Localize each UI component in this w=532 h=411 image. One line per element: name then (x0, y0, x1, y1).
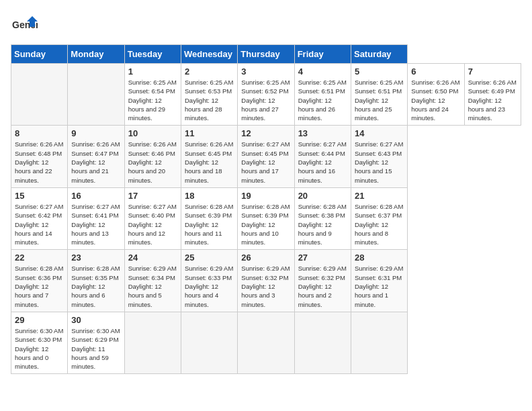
logo-icon: General (11, 11, 38, 38)
calendar-day-cell (294, 312, 351, 373)
day-number: 29 (15, 315, 64, 325)
calendar-day-cell: 24 Sunrise: 6:29 AM Sunset: 6:34 PM Dayl… (124, 250, 181, 312)
calendar-day-cell: 3 Sunrise: 6:25 AM Sunset: 6:52 PM Dayli… (238, 64, 294, 126)
day-info: Sunrise: 6:28 AM Sunset: 6:35 PM Dayligh… (71, 264, 120, 308)
calendar-day-cell: 10 Sunrise: 6:26 AM Sunset: 6:46 PM Dayl… (124, 126, 181, 187)
calendar-day-cell: 28 Sunrise: 6:29 AM Sunset: 6:31 PM Dayl… (351, 250, 407, 312)
weekday-header: Sunday (11, 45, 68, 64)
day-number: 21 (355, 191, 404, 201)
calendar-day-cell (68, 64, 124, 126)
day-info: Sunrise: 6:29 AM Sunset: 6:34 PM Dayligh… (128, 264, 177, 308)
calendar-day-cell: 26 Sunrise: 6:29 AM Sunset: 6:32 PM Dayl… (238, 250, 294, 312)
day-info: Sunrise: 6:27 AM Sunset: 6:40 PM Dayligh… (128, 202, 177, 246)
day-number: 18 (185, 191, 234, 201)
day-number: 10 (128, 128, 177, 138)
weekday-header: Saturday (351, 45, 407, 64)
calendar-day-cell (238, 312, 294, 373)
calendar-day-cell (124, 312, 181, 373)
day-number: 19 (241, 191, 290, 201)
day-number: 22 (15, 253, 64, 263)
day-info: Sunrise: 6:27 AM Sunset: 6:45 PM Dayligh… (241, 140, 290, 184)
day-info: Sunrise: 6:26 AM Sunset: 6:48 PM Dayligh… (15, 140, 64, 184)
weekday-header: Wednesday (181, 45, 237, 64)
day-info: Sunrise: 6:29 AM Sunset: 6:32 PM Dayligh… (241, 264, 290, 308)
day-info: Sunrise: 6:28 AM Sunset: 6:38 PM Dayligh… (298, 202, 347, 246)
day-info: Sunrise: 6:26 AM Sunset: 6:46 PM Dayligh… (128, 140, 177, 184)
day-info: Sunrise: 6:30 AM Sunset: 6:30 PM Dayligh… (15, 326, 64, 371)
calendar-day-cell: 19 Sunrise: 6:28 AM Sunset: 6:39 PM Dayl… (238, 187, 294, 249)
day-number: 23 (71, 253, 120, 263)
calendar-day-cell: 6 Sunrise: 6:26 AM Sunset: 6:50 PM Dayli… (408, 64, 464, 126)
day-info: Sunrise: 6:27 AM Sunset: 6:44 PM Dayligh… (298, 140, 347, 184)
day-number: 1 (128, 66, 177, 77)
day-number: 12 (241, 128, 290, 138)
calendar-header-row: SundayMondayTuesdayWednesdayThursdayFrid… (11, 45, 521, 64)
calendar-day-cell: 29 Sunrise: 6:30 AM Sunset: 6:30 PM Dayl… (11, 312, 68, 373)
calendar-day-cell: 4 Sunrise: 6:25 AM Sunset: 6:51 PM Dayli… (294, 64, 351, 126)
day-info: Sunrise: 6:25 AM Sunset: 6:51 PM Dayligh… (298, 78, 347, 122)
day-info: Sunrise: 6:25 AM Sunset: 6:51 PM Dayligh… (355, 78, 404, 122)
day-number: 20 (298, 191, 347, 201)
calendar-day-cell: 18 Sunrise: 6:28 AM Sunset: 6:39 PM Dayl… (181, 187, 237, 249)
weekday-header: Thursday (238, 45, 294, 64)
calendar-day-cell: 14 Sunrise: 6:27 AM Sunset: 6:43 PM Dayl… (351, 126, 407, 187)
day-info: Sunrise: 6:29 AM Sunset: 6:31 PM Dayligh… (355, 264, 404, 308)
day-info: Sunrise: 6:27 AM Sunset: 6:42 PM Dayligh… (15, 202, 64, 246)
calendar-week-row: 8 Sunrise: 6:26 AM Sunset: 6:48 PM Dayli… (11, 126, 521, 187)
day-number: 30 (71, 315, 120, 325)
calendar-day-cell: 15 Sunrise: 6:27 AM Sunset: 6:42 PM Dayl… (11, 187, 68, 249)
calendar-day-cell: 21 Sunrise: 6:28 AM Sunset: 6:37 PM Dayl… (351, 187, 407, 249)
calendar-day-cell (181, 312, 237, 373)
day-info: Sunrise: 6:25 AM Sunset: 6:52 PM Dayligh… (241, 78, 290, 122)
day-number: 27 (298, 253, 347, 263)
day-info: Sunrise: 6:27 AM Sunset: 6:43 PM Dayligh… (355, 140, 404, 184)
weekday-header: Monday (68, 45, 124, 64)
day-number: 15 (15, 191, 64, 201)
day-info: Sunrise: 6:26 AM Sunset: 6:50 PM Dayligh… (411, 78, 460, 122)
day-number: 5 (355, 66, 404, 77)
calendar-day-cell: 25 Sunrise: 6:29 AM Sunset: 6:33 PM Dayl… (181, 250, 237, 312)
day-info: Sunrise: 6:28 AM Sunset: 6:39 PM Dayligh… (241, 202, 290, 246)
calendar-day-cell: 5 Sunrise: 6:25 AM Sunset: 6:51 PM Dayli… (351, 64, 407, 126)
day-number: 26 (241, 253, 290, 263)
day-number: 24 (128, 253, 177, 263)
day-info: Sunrise: 6:25 AM Sunset: 6:53 PM Dayligh… (185, 78, 234, 122)
day-number: 14 (355, 128, 404, 138)
calendar-day-cell: 17 Sunrise: 6:27 AM Sunset: 6:40 PM Dayl… (124, 187, 181, 249)
calendar-day-cell: 22 Sunrise: 6:28 AM Sunset: 6:36 PM Dayl… (11, 250, 68, 312)
day-number: 8 (15, 128, 64, 138)
day-number: 13 (298, 128, 347, 138)
calendar-week-row: 1 Sunrise: 6:25 AM Sunset: 6:54 PM Dayli… (11, 64, 521, 126)
calendar-day-cell: 20 Sunrise: 6:28 AM Sunset: 6:38 PM Dayl… (294, 187, 351, 249)
day-number: 6 (411, 66, 460, 77)
calendar-day-cell: 30 Sunrise: 6:30 AM Sunset: 6:29 PM Dayl… (68, 312, 124, 373)
day-number: 4 (298, 66, 347, 77)
day-info: Sunrise: 6:26 AM Sunset: 6:47 PM Dayligh… (71, 140, 120, 184)
calendar-day-cell: 7 Sunrise: 6:26 AM Sunset: 6:49 PM Dayli… (464, 64, 521, 126)
day-number: 11 (185, 128, 234, 138)
day-info: Sunrise: 6:27 AM Sunset: 6:41 PM Dayligh… (71, 202, 120, 246)
day-number: 9 (71, 128, 120, 138)
calendar-week-row: 22 Sunrise: 6:28 AM Sunset: 6:36 PM Dayl… (11, 250, 521, 312)
calendar-day-cell: 2 Sunrise: 6:25 AM Sunset: 6:53 PM Dayli… (181, 64, 237, 126)
day-number: 16 (71, 191, 120, 201)
calendar-day-cell: 1 Sunrise: 6:25 AM Sunset: 6:54 PM Dayli… (124, 64, 181, 126)
calendar-day-cell: 9 Sunrise: 6:26 AM Sunset: 6:47 PM Dayli… (68, 126, 124, 187)
calendar-day-cell: 23 Sunrise: 6:28 AM Sunset: 6:35 PM Dayl… (68, 250, 124, 312)
page-header: General (11, 11, 521, 38)
weekday-header: Friday (294, 45, 351, 64)
calendar-day-cell: 12 Sunrise: 6:27 AM Sunset: 6:45 PM Dayl… (238, 126, 294, 187)
day-number: 28 (355, 253, 404, 263)
day-number: 17 (128, 191, 177, 201)
calendar-day-cell (351, 312, 407, 373)
day-info: Sunrise: 6:30 AM Sunset: 6:29 PM Dayligh… (71, 326, 120, 371)
day-info: Sunrise: 6:28 AM Sunset: 6:36 PM Dayligh… (15, 264, 64, 308)
day-info: Sunrise: 6:29 AM Sunset: 6:32 PM Dayligh… (298, 264, 347, 308)
calendar-day-cell: 13 Sunrise: 6:27 AM Sunset: 6:44 PM Dayl… (294, 126, 351, 187)
weekday-header: Tuesday (124, 45, 181, 64)
logo: General (11, 11, 40, 38)
calendar-table: SundayMondayTuesdayWednesdayThursdayFrid… (11, 44, 521, 374)
day-info: Sunrise: 6:25 AM Sunset: 6:54 PM Dayligh… (128, 78, 177, 122)
day-number: 3 (241, 66, 290, 77)
day-info: Sunrise: 6:28 AM Sunset: 6:39 PM Dayligh… (185, 202, 234, 246)
